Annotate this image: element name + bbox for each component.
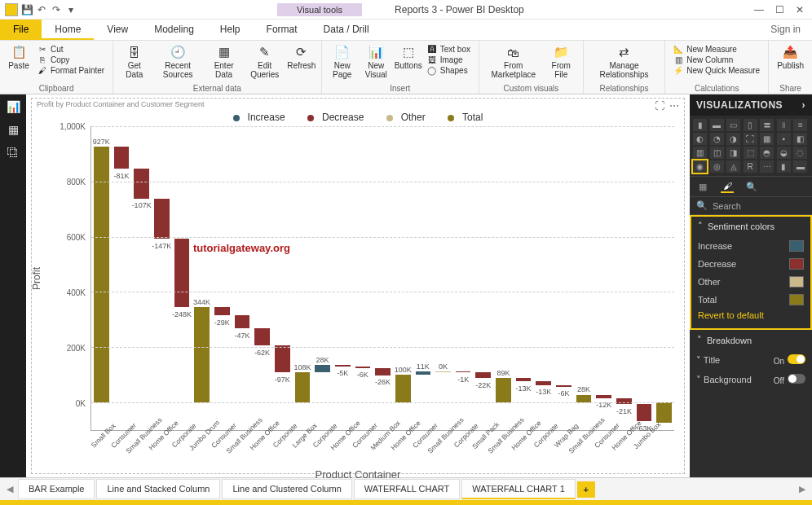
waterfall-bar[interactable]	[235, 315, 250, 328]
scroll-left-icon[interactable]: ◀	[3, 484, 16, 494]
waterfall-bar[interactable]	[275, 345, 290, 372]
textbox-button[interactable]: 🅰Text box	[427, 44, 470, 54]
buttons-button[interactable]: ⬚Buttons	[395, 42, 422, 72]
get-data-button[interactable]: 🗄Get Data	[118, 42, 150, 81]
title-toggle[interactable]	[788, 354, 805, 364]
tab-view[interactable]: View	[94, 20, 141, 40]
waterfall-bar[interactable]	[134, 169, 149, 198]
waterfall-bar[interactable]	[94, 147, 109, 402]
save-icon[interactable]: 💾	[21, 4, 33, 15]
edit-queries-button[interactable]: ✎Edit Queries	[244, 42, 285, 81]
color-swatch[interactable]	[789, 240, 804, 252]
visual-type-icon[interactable]: ⫴	[777, 119, 791, 131]
tab-modeling[interactable]: Modeling	[141, 20, 207, 40]
search-row[interactable]: 🔍Search	[690, 197, 812, 215]
visual-type-icon[interactable]: ◔	[710, 133, 724, 145]
waterfall-bar[interactable]	[214, 307, 230, 315]
waterfall-bar[interactable]	[536, 381, 551, 384]
close-button[interactable]: ✕	[796, 4, 804, 15]
revert-to-default-link[interactable]: Revert to default	[698, 309, 804, 323]
page-tab[interactable]: BAR Example	[18, 479, 95, 499]
format-painter-button[interactable]: 🖌Format Painter	[38, 65, 104, 75]
page-tab[interactable]: Line and Stacked Column	[96, 479, 220, 499]
maximize-button[interactable]: ☐	[775, 4, 784, 15]
new-visual-button[interactable]: 📊New Visual	[360, 42, 393, 81]
tab-help[interactable]: Help	[207, 20, 254, 40]
analytics-tab-icon[interactable]: 🔍	[745, 180, 758, 193]
manage-relationships-button[interactable]: ⇄Manage Relationships	[589, 42, 660, 81]
background-toggle[interactable]	[788, 374, 805, 384]
fields-tab-icon[interactable]: ▦	[696, 180, 709, 193]
page-tab[interactable]: WATERFALL CHART	[354, 479, 461, 499]
visual-type-icon[interactable]: ◨	[726, 147, 740, 159]
waterfall-bar[interactable]	[576, 395, 592, 402]
add-page-button[interactable]: +	[577, 481, 595, 498]
format-tab-icon[interactable]: 🖌	[721, 180, 734, 193]
visual-type-icon[interactable]: ◒	[777, 147, 791, 159]
waterfall-bar[interactable]	[596, 395, 611, 398]
waterfall-bar[interactable]	[395, 375, 411, 402]
new-measure-button[interactable]: 📐New Measure	[673, 44, 760, 54]
data-view-icon[interactable]: ▦	[5, 122, 21, 137]
publish-button[interactable]: 📤Publish	[774, 42, 807, 72]
from-file-button[interactable]: 📁From File	[545, 42, 578, 81]
waterfall-bar[interactable]	[556, 385, 571, 387]
visual-type-icon[interactable]: ⬚	[744, 147, 757, 159]
visual-type-icon[interactable]: ⛶	[744, 133, 757, 145]
more-options-icon[interactable]: ⋯	[669, 100, 679, 112]
waterfall-bar[interactable]	[516, 378, 532, 381]
image-button[interactable]: 🖼Image	[427, 55, 470, 64]
redo-icon[interactable]: ↷	[51, 4, 62, 15]
visual-type-icon[interactable]: ◐	[693, 133, 707, 145]
breakdown-header[interactable]: ˅Breakdown	[691, 331, 811, 349]
tab-file[interactable]: File	[0, 20, 42, 40]
paste-button[interactable]: 📋Paste	[5, 42, 33, 72]
sign-in-link[interactable]: Sign in	[759, 20, 812, 40]
minimize-button[interactable]: —	[754, 4, 764, 15]
visual-type-icon[interactable]: ⋯	[760, 160, 774, 173]
tab-format[interactable]: Format	[254, 20, 311, 40]
recent-sources-button[interactable]: 🕘Recent Sources	[152, 42, 204, 81]
background-property-row[interactable]: ˅ Background Off	[690, 370, 812, 389]
undo-icon[interactable]: ↶	[36, 4, 47, 15]
waterfall-bar[interactable]	[174, 239, 190, 307]
visual-type-icon[interactable]: ▮	[777, 160, 791, 173]
visual-type-icon[interactable]: ◎	[710, 160, 724, 173]
cut-button[interactable]: ✂Cut	[38, 44, 104, 54]
visual-type-icon[interactable]: ▬	[793, 160, 807, 173]
waterfall-bar[interactable]	[496, 378, 511, 402]
visual-type-icon[interactable]: ▬	[710, 119, 724, 131]
qat-dropdown-icon[interactable]: ▾	[65, 4, 77, 15]
waterfall-bar[interactable]	[254, 328, 270, 345]
page-tab[interactable]: WATERFALL CHART 1	[461, 479, 576, 499]
visualizations-header[interactable]: VISUALIZATIONS›	[690, 94, 812, 116]
report-view-icon[interactable]: 📊	[5, 99, 21, 114]
waterfall-bar[interactable]	[355, 367, 371, 368]
color-swatch[interactable]	[789, 294, 804, 305]
visual-type-icon[interactable]: ▮	[693, 119, 707, 131]
visual-type-icon[interactable]: ▭	[726, 119, 740, 131]
visual-type-icon[interactable]: ◧	[793, 133, 807, 145]
color-swatch[interactable]	[789, 276, 804, 288]
from-marketplace-button[interactable]: 🛍From Marketplace	[484, 42, 543, 81]
waterfall-bar[interactable]	[416, 371, 431, 375]
waterfall-bar[interactable]	[315, 365, 330, 372]
visual-type-icon[interactable]: ▦	[760, 133, 774, 145]
waterfall-bar[interactable]	[114, 147, 130, 169]
visual-frame[interactable]: ⛶ ⋯ Profit by Product Container and Cust…	[31, 98, 685, 474]
enter-data-button[interactable]: ▦Enter Data	[205, 42, 242, 81]
waterfall-bar[interactable]	[295, 372, 311, 402]
waterfall-bar[interactable]	[335, 365, 351, 367]
waterfall-bar[interactable]	[475, 372, 491, 378]
new-column-button[interactable]: ▥New Column	[673, 55, 760, 64]
visual-type-icon[interactable]: ◫	[710, 147, 724, 159]
waterfall-bar[interactable]	[194, 307, 210, 402]
focus-mode-icon[interactable]: ⛶	[655, 100, 664, 112]
refresh-button[interactable]: ⟳Refresh	[287, 42, 316, 72]
visual-type-icon[interactable]: ◓	[760, 147, 774, 159]
tab-data-drill[interactable]: Data / Drill	[311, 20, 382, 40]
tab-home[interactable]: Home	[42, 20, 94, 40]
visual-type-icon[interactable]: ◉	[693, 160, 707, 173]
visual-type-icon[interactable]: ▪	[777, 133, 791, 145]
visual-type-icon[interactable]: R	[744, 160, 757, 173]
